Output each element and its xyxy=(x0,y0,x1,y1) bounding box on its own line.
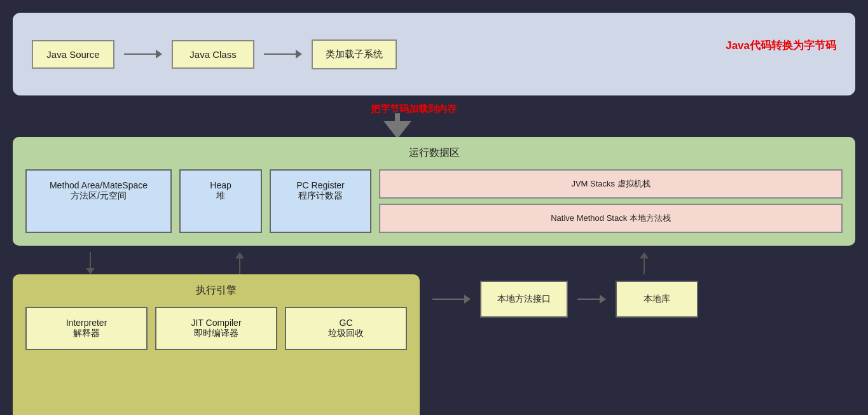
down-arrow-exec xyxy=(86,252,95,274)
native-method-stack-box: Native Method Stack 本地方法栈 xyxy=(379,204,843,233)
middle-section: 运行数据区 Method Area/MateSpace 方法区/元空间 Heap… xyxy=(13,137,855,246)
native-stack-label: Native Method Stack 本地方法栈 xyxy=(551,213,671,223)
java-source-label: Java Source xyxy=(46,49,99,60)
method-area-box: Method Area/MateSpace 方法区/元空间 xyxy=(25,169,172,233)
native-col: 本地方法接口 本地库 xyxy=(432,252,855,318)
exec-arrow-row xyxy=(13,252,420,274)
jit-line1: JIT Compiler xyxy=(191,318,241,328)
java-class-box: Java Class xyxy=(172,40,254,69)
up-arrow-heap xyxy=(235,252,244,274)
pc-line2: 程序计数器 xyxy=(298,190,343,200)
bottom-area: 执行引擎 Interpreter 解释器 JIT Compiler 即时编译器 … xyxy=(13,252,855,415)
java-source-box: Java Source xyxy=(32,40,114,69)
main-container: Java Source Java Class 类加载子系统 Java代码转换为字… xyxy=(0,0,868,415)
h-arrow-to-lib xyxy=(577,295,606,304)
top-section: Java Source Java Class 类加载子系统 Java代码转换为字… xyxy=(13,13,855,95)
jit-box: JIT Compiler 即时编译器 xyxy=(155,307,277,350)
class-loader-box: 类加载子系统 xyxy=(312,39,397,69)
interp-line1: Interpreter xyxy=(66,318,107,328)
pc-register-box: PC Register 程序计数器 xyxy=(270,169,371,233)
jit-line2: 即时编译器 xyxy=(194,328,238,338)
up-arrow-native xyxy=(432,252,855,274)
class-loader-label: 类加载子系统 xyxy=(326,48,383,59)
h-arrow-to-native xyxy=(432,295,471,304)
middle-title: 运行数据区 xyxy=(25,146,843,160)
runtime-row: Method Area/MateSpace 方法区/元空间 Heap 堆 PC … xyxy=(25,169,843,233)
down-arrow-section: 把字节码加载到内存 xyxy=(13,102,855,134)
arrow-2 xyxy=(264,50,302,59)
native-interface-label: 本地方法接口 xyxy=(497,293,551,304)
interp-line2: 解释器 xyxy=(73,328,100,338)
heap-line2: 堆 xyxy=(216,190,225,200)
pc-line1: PC Register xyxy=(296,180,344,190)
native-library-label: 本地库 xyxy=(644,293,670,304)
gc-line2: 垃圾回收 xyxy=(328,328,364,338)
exec-row: Interpreter 解释器 JIT Compiler 即时编译器 GC 垃圾… xyxy=(25,307,407,350)
gc-line1: GC xyxy=(340,318,353,328)
native-library-box: 本地库 xyxy=(616,281,698,318)
native-row: 本地方法接口 本地库 xyxy=(432,274,855,318)
top-flow: Java Source Java Class 类加载子系统 xyxy=(32,39,397,69)
heap-box: Heap 堆 xyxy=(179,169,262,233)
method-area-line1: Method Area/MateSpace xyxy=(50,180,148,190)
heap-line1: Heap xyxy=(210,180,231,190)
exec-col: 执行引擎 Interpreter 解释器 JIT Compiler 即时编译器 … xyxy=(13,252,420,415)
jvm-stacks-label: JVM Stacks 虚拟机栈 xyxy=(571,179,650,188)
exec-title: 执行引擎 xyxy=(25,284,407,297)
jvm-stacks-box: JVM Stacks 虚拟机栈 xyxy=(379,169,843,199)
exec-section: 执行引擎 Interpreter 解释器 JIT Compiler 即时编译器 … xyxy=(13,274,420,415)
interpreter-box: Interpreter 解释器 xyxy=(25,307,148,350)
right-stack: JVM Stacks 虚拟机栈 Native Method Stack 本地方法… xyxy=(379,169,843,233)
native-interface-box: 本地方法接口 xyxy=(480,281,568,318)
method-area-line2: 方法区/元空间 xyxy=(71,190,127,200)
arrow-1 xyxy=(124,50,162,59)
top-label: Java代码转换为字节码 xyxy=(726,38,836,53)
big-arrow xyxy=(383,113,411,139)
gc-box: GC 垃圾回收 xyxy=(285,307,407,350)
java-class-label: Java Class xyxy=(189,49,236,60)
